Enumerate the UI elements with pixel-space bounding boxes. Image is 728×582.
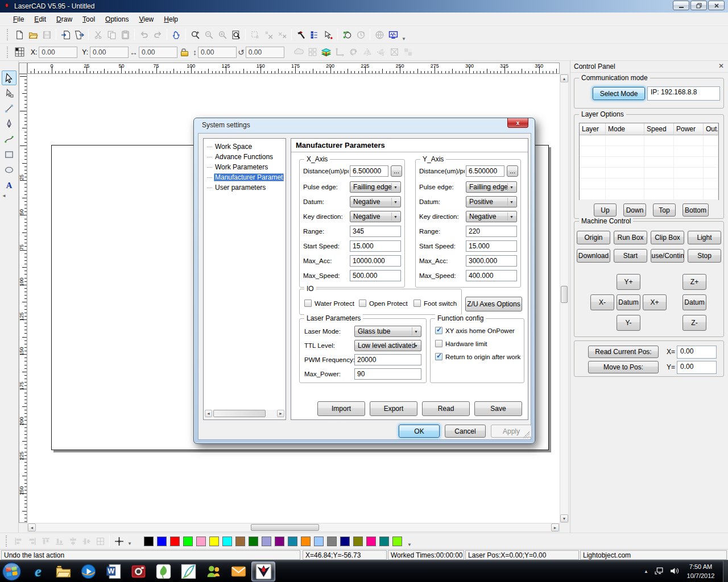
hardware-limit-checkbox[interactable]: Hardware limit bbox=[435, 340, 487, 347]
color-swatch-15[interactable] bbox=[340, 537, 350, 546]
tray-expand-icon[interactable]: ▲ bbox=[644, 569, 648, 574]
color-swatch-3[interactable] bbox=[183, 537, 193, 546]
taskbar-app-mail[interactable] bbox=[226, 562, 250, 581]
color-swatch-19[interactable] bbox=[392, 537, 402, 546]
column-header-out[interactable]: Out... bbox=[704, 123, 718, 135]
align-top-icon[interactable] bbox=[39, 534, 52, 548]
select-mode-button[interactable]: Select Mode bbox=[593, 87, 645, 100]
x-axis-max-acc-input[interactable] bbox=[350, 255, 401, 267]
chevron-down-icon[interactable]: ▼ bbox=[507, 183, 515, 191]
jog-xy-datum-button[interactable]: Datum bbox=[617, 294, 640, 310]
palette-collapse-icon[interactable]: ◄ bbox=[0, 193, 18, 198]
show-desktop-button[interactable] bbox=[723, 560, 728, 582]
taskbar-app-media-player[interactable] bbox=[76, 562, 100, 581]
y-axis-distance-input[interactable] bbox=[466, 165, 504, 177]
import-entity-icon[interactable] bbox=[59, 28, 72, 41]
start-button[interactable] bbox=[2, 562, 22, 581]
minimize-button[interactable] bbox=[673, 1, 689, 10]
tree-scroll-left-arrow[interactable]: ◄ bbox=[205, 410, 212, 417]
network-icon[interactable] bbox=[654, 566, 664, 577]
world-view-icon[interactable] bbox=[373, 28, 386, 41]
taskbar-app-internet-explorer[interactable]: e bbox=[26, 562, 50, 581]
color-swatch-11[interactable] bbox=[288, 537, 297, 546]
bezier-edit-icon[interactable] bbox=[340, 28, 354, 41]
vertical-scroll-thumb[interactable] bbox=[561, 286, 568, 303]
pause-continue-button[interactable]: Pause/Continue bbox=[651, 249, 684, 263]
taskbar-app-file-explorer[interactable] bbox=[51, 562, 75, 581]
align-left-icon[interactable] bbox=[11, 534, 25, 548]
start-button[interactable]: Start bbox=[614, 249, 647, 263]
tree-item-work-parameters[interactable]: Work Parameters bbox=[204, 162, 286, 172]
color-swatch-0[interactable] bbox=[144, 537, 154, 546]
color-swatch-13[interactable] bbox=[314, 537, 324, 546]
rotate-input[interactable] bbox=[246, 47, 284, 58]
restore-button[interactable] bbox=[690, 1, 707, 10]
taskbar-app-coreldraw[interactable] bbox=[151, 562, 175, 581]
color-swatch-17[interactable] bbox=[366, 537, 376, 546]
weld-icon[interactable] bbox=[292, 45, 306, 59]
horizontal-scrollbar[interactable]: ◄ ► bbox=[27, 523, 560, 532]
zoom-out-icon[interactable] bbox=[202, 28, 216, 41]
layer-colors-icon[interactable] bbox=[320, 45, 333, 59]
y-axis-max-acc-input[interactable] bbox=[466, 255, 517, 267]
pick-tool-icon[interactable] bbox=[294, 28, 308, 41]
stop-button[interactable]: Stop bbox=[688, 249, 721, 263]
read-button[interactable]: Read bbox=[422, 401, 470, 416]
chevron-down-icon[interactable]: ▼ bbox=[507, 213, 515, 221]
menu-tool[interactable]: Tool bbox=[77, 14, 100, 25]
aspect-lock-icon[interactable] bbox=[181, 48, 188, 56]
foot-switch-checkbox[interactable]: Foot switch bbox=[413, 300, 457, 307]
mirror-horizontal-icon[interactable] bbox=[374, 45, 388, 59]
volume-icon[interactable] bbox=[669, 566, 679, 577]
select-nodes-icon[interactable] bbox=[248, 28, 262, 41]
toolbar-more-caret-icon[interactable]: ▼ bbox=[400, 36, 408, 41]
zoom-page-icon[interactable] bbox=[229, 28, 243, 41]
ellipse-tool[interactable] bbox=[2, 163, 16, 177]
menu-edit[interactable]: Edit bbox=[29, 14, 51, 25]
color-swatch-10[interactable] bbox=[275, 537, 284, 546]
open-protect-checkbox-box[interactable] bbox=[359, 300, 366, 307]
ok-button[interactable]: OK bbox=[399, 425, 440, 438]
rotate-view-icon[interactable] bbox=[354, 28, 367, 41]
color-swatch-5[interactable] bbox=[209, 537, 219, 546]
layer-table[interactable]: LayerModeSpeedPowerOut... bbox=[579, 123, 719, 200]
toolbar-grip[interactable] bbox=[7, 29, 9, 40]
y-coord-input[interactable] bbox=[90, 47, 129, 58]
read-current-pos-button[interactable]: Read Current Pos: bbox=[588, 346, 659, 358]
return-to-origin-after-work-checkbox-box[interactable] bbox=[435, 353, 442, 360]
menu-view[interactable]: View bbox=[134, 14, 159, 25]
invert-icon[interactable] bbox=[388, 45, 402, 59]
water-protect-checkbox[interactable]: Water Protect bbox=[304, 300, 354, 307]
y-axis-pulse-edge-select[interactable]: Failling edge▼ bbox=[466, 181, 517, 193]
scroll-down-arrow[interactable]: ▼ bbox=[560, 514, 568, 522]
delete-nodes-icon[interactable] bbox=[262, 28, 275, 41]
anchor-grid-icon[interactable] bbox=[13, 45, 26, 59]
up-button[interactable]: Up bbox=[594, 203, 617, 217]
menu-file[interactable]: File bbox=[8, 14, 29, 25]
rotate-free-icon[interactable] bbox=[347, 45, 361, 59]
mirror-vertical-icon[interactable] bbox=[361, 45, 374, 59]
tree-item-work-space[interactable]: Work Space bbox=[204, 142, 286, 152]
height-input[interactable] bbox=[198, 47, 237, 58]
center-vertical-icon[interactable] bbox=[80, 534, 93, 548]
line-tool[interactable] bbox=[2, 101, 16, 116]
paste-icon[interactable] bbox=[118, 28, 132, 41]
y-axis-distance-browse-button[interactable]: ... bbox=[507, 165, 518, 177]
color-swatch-4[interactable] bbox=[196, 537, 206, 546]
color-swatch-14[interactable] bbox=[327, 537, 337, 546]
y-axis-key-direction-select[interactable]: Negative▼ bbox=[466, 211, 517, 222]
width-input[interactable] bbox=[139, 47, 177, 58]
dialog-close-button[interactable]: x bbox=[507, 118, 528, 128]
zoom-dynamic-icon[interactable] bbox=[188, 28, 202, 41]
taskbar-app-word[interactable]: W bbox=[101, 562, 125, 581]
tree-scroll-right-arrow[interactable]: ► bbox=[277, 410, 284, 417]
toolbar-more-caret-icon[interactable]: ▼ bbox=[126, 541, 134, 546]
center-horizontal-icon[interactable] bbox=[66, 534, 80, 548]
run-box-button[interactable]: Run Box bbox=[614, 231, 647, 244]
control-panel-close-icon[interactable]: ✕ bbox=[718, 62, 724, 70]
dither-icon[interactable] bbox=[402, 45, 415, 59]
machine-y-pos-field[interactable]: 0.00 bbox=[677, 361, 717, 374]
color-swatch-6[interactable] bbox=[222, 537, 232, 546]
tree-item-manufacturer-paramet[interactable]: Manufacturer Paramet bbox=[204, 172, 286, 182]
chevron-down-icon[interactable]: ▼ bbox=[391, 213, 399, 221]
